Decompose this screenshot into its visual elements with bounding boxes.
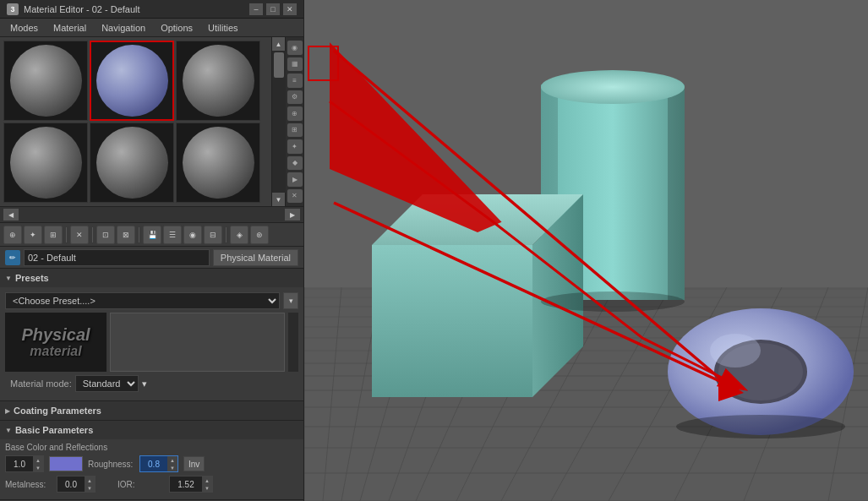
- toolbar-separator-3: [139, 227, 139, 242]
- sphere-5: [183, 127, 254, 199]
- side-icon-9[interactable]: ✕: [287, 189, 303, 204]
- tool-btn-11[interactable]: ⊛: [250, 226, 269, 244]
- side-icon-2[interactable]: ≡: [287, 74, 303, 88]
- scroll-thumb[interactable]: [274, 52, 284, 78]
- inv-button[interactable]: Inv: [183, 456, 205, 471]
- tool-btn-7[interactable]: ☰: [163, 226, 182, 244]
- svg-line-23: [456, 287, 561, 501]
- material-grid-area: ▲ ▼ ◉ ▦ ≡ ⚙ ⊕ ⊞ ✦ ◆ ▶ ✕: [0, 37, 303, 206]
- scroll-up-arrow[interactable]: ▲: [272, 37, 286, 51]
- side-icon-3[interactable]: ⚙: [287, 90, 303, 105]
- scroll-content: ▼ Presets <Choose Preset....> ▾ Physical…: [0, 269, 303, 501]
- svg-line-26: [609, 287, 727, 501]
- preset-img-text: Physical material: [21, 325, 90, 359]
- title-bar: 3 Material Editor - 02 - Default – □ ✕: [0, 0, 303, 19]
- toolbar-separator-1: [66, 227, 67, 242]
- color-swatch[interactable]: [49, 456, 83, 471]
- side-icon-7[interactable]: ◆: [287, 156, 303, 171]
- roughness-input[interactable]: [140, 456, 167, 471]
- minimize-button[interactable]: –: [249, 3, 263, 15]
- coating-section-title: Coating Parameters: [14, 406, 101, 416]
- metalness-ior-row: Metalness: ▲ ▼ IOR: ▲ ▼: [5, 476, 298, 493]
- preset-dropdown-arrow[interactable]: ▾: [283, 292, 298, 309]
- tool-btn-6[interactable]: 💾: [143, 226, 161, 244]
- color-value-input[interactable]: [6, 456, 33, 471]
- preset-select[interactable]: <Choose Preset....>: [5, 292, 280, 309]
- svg-line-29: [828, 287, 868, 501]
- material-name-input[interactable]: [24, 249, 210, 266]
- side-icon-0[interactable]: ◉: [287, 41, 303, 55]
- tool-btn-9[interactable]: ⊟: [204, 226, 222, 244]
- tool-btn-3[interactable]: ✕: [70, 226, 89, 244]
- maximize-button[interactable]: □: [266, 3, 280, 15]
- roughness-down[interactable]: ▼: [167, 464, 177, 471]
- material-cell-2[interactable]: [176, 41, 260, 121]
- side-icon-8[interactable]: ▶: [287, 172, 303, 187]
- material-cell-4[interactable]: [90, 123, 174, 203]
- arrow-line-1: [334, 51, 727, 384]
- material-cell-1[interactable]: [90, 41, 174, 121]
- side-icon-4[interactable]: ⊕: [287, 106, 303, 121]
- title-controls: – □ ✕: [249, 3, 297, 15]
- material-cell-5[interactable]: [176, 123, 260, 203]
- tool-btn-2[interactable]: ⊞: [44, 226, 63, 244]
- color-spinbox-up[interactable]: ▲: [33, 456, 43, 464]
- scroll-down-arrow[interactable]: ▼: [272, 193, 286, 206]
- coating-section-header[interactable]: ▶ Coating Parameters: [0, 401, 303, 420]
- viewport-3d: [304, 0, 868, 501]
- svg-rect-0: [304, 0, 868, 501]
- menu-modes[interactable]: Modes: [3, 21, 45, 35]
- tool-btn-0[interactable]: ⊕: [3, 226, 22, 244]
- tool-btn-10[interactable]: ◈: [230, 226, 248, 244]
- side-icon-6[interactable]: ✦: [287, 139, 303, 154]
- material-cell-0[interactable]: [3, 41, 88, 121]
- nav-left-arrow[interactable]: ◀: [3, 209, 19, 221]
- roughness-up[interactable]: ▲: [167, 456, 177, 464]
- side-icon-5[interactable]: ⊞: [287, 123, 303, 138]
- presets-section-header[interactable]: ▼ Presets: [0, 269, 303, 287]
- mode-select[interactable]: Standard: [75, 375, 139, 392]
- menu-utilities[interactable]: Utilities: [201, 21, 244, 35]
- presets-arrow: ▼: [5, 275, 12, 282]
- nav-bar: ◀ ▶: [0, 206, 303, 223]
- nav-right-arrow[interactable]: ▶: [285, 209, 300, 221]
- side-icon-1[interactable]: ▦: [287, 57, 303, 72]
- tool-btn-4[interactable]: ⊡: [96, 226, 115, 244]
- mode-row: Material mode: Standard ▾: [5, 372, 298, 395]
- metalness-down[interactable]: ▼: [85, 484, 95, 492]
- close-button[interactable]: ✕: [283, 3, 297, 15]
- menu-material[interactable]: Material: [46, 21, 93, 35]
- roughness-arrows: ▲ ▼: [167, 456, 177, 471]
- material-type-dropdown[interactable]: Physical Material: [213, 249, 298, 266]
- ior-down[interactable]: ▼: [202, 484, 212, 492]
- metalness-input[interactable]: [57, 476, 85, 492]
- toolbar-separator-4: [226, 227, 227, 242]
- grid-scrollbar: ▲ ▼: [271, 37, 285, 206]
- mode-dropdown-arrow: ▾: [142, 378, 147, 389]
- roughness-spinbox: ▲ ▼: [139, 455, 178, 472]
- material-cell-3[interactable]: [3, 123, 88, 203]
- material-editor-window: 3 Material Editor - 02 - Default – □ ✕ M…: [0, 0, 304, 501]
- svg-line-22: [416, 287, 511, 501]
- tool-btn-8[interactable]: ◉: [183, 226, 202, 244]
- ior-input[interactable]: [170, 476, 202, 492]
- metalness-arrows: ▲ ▼: [85, 476, 95, 492]
- preset-scrollbar: [288, 313, 298, 372]
- menu-bar: Modes Material Navigation Options Utilit…: [0, 19, 303, 37]
- scroll-track: [272, 51, 286, 193]
- menu-navigation[interactable]: Navigation: [95, 21, 152, 35]
- tool-btn-5[interactable]: ⊠: [117, 226, 135, 244]
- basic-section-header[interactable]: ▼ Basic Parameters: [0, 421, 303, 439]
- metalness-up[interactable]: ▲: [85, 476, 95, 484]
- sphere-3: [10, 127, 82, 199]
- menu-options[interactable]: Options: [154, 21, 199, 35]
- svg-marker-36: [532, 194, 583, 397]
- color-spinbox-down[interactable]: ▼: [33, 464, 43, 471]
- svg-rect-31: [541, 84, 558, 300]
- tool-btn-1[interactable]: ✦: [24, 226, 42, 244]
- svg-marker-45: [330, 42, 625, 296]
- svg-line-25: [551, 287, 670, 501]
- app-icon: 3: [7, 3, 19, 15]
- metalness-spinbox: ▲ ▼: [57, 476, 96, 493]
- ior-up[interactable]: ▲: [202, 476, 212, 484]
